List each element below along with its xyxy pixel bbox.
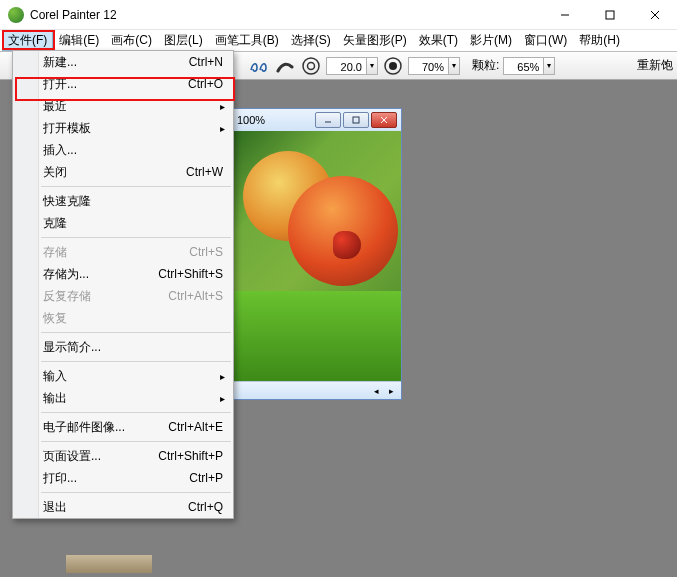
menubar-item[interactable]: 帮助(H) [573, 30, 626, 51]
grain-label: 颗粒: [472, 57, 499, 74]
menu-item-label: 存储 [43, 244, 189, 261]
menu-item-label: 输入 [43, 368, 223, 385]
svg-point-7 [389, 62, 397, 70]
dropdown-arrow-icon[interactable]: ▾ [448, 57, 460, 75]
menubar-item[interactable]: 图层(L) [158, 30, 209, 51]
menu-item-shortcut: Ctrl+W [186, 165, 223, 179]
document-window[interactable]: 100% ◂ ▸ [232, 108, 402, 400]
menubar-item[interactable]: 画布(C) [105, 30, 158, 51]
app-title: Corel Painter 12 [30, 8, 117, 22]
menu-item-label: 插入... [43, 142, 223, 159]
menu-item[interactable]: 打开模板▸ [13, 117, 233, 139]
menu-item-shortcut: Ctrl+P [189, 471, 223, 485]
brush-size-value[interactable]: 20.0 [326, 57, 366, 75]
submenu-arrow-icon: ▸ [220, 371, 225, 382]
menu-bar: 文件(F)编辑(E)画布(C)图层(L)画笔工具(B)选择(S)矢量图形(P)效… [0, 30, 677, 52]
thumbnail-strip[interactable] [66, 555, 152, 573]
maximize-button[interactable] [587, 0, 632, 30]
menu-item[interactable]: 存储为...Ctrl+Shift+S [13, 263, 233, 285]
dropdown-arrow-icon[interactable]: ▾ [543, 57, 555, 75]
menubar-item[interactable]: 选择(S) [285, 30, 337, 51]
menu-item[interactable]: 最近▸ [13, 95, 233, 117]
menu-item-shortcut: Ctrl+S [189, 245, 223, 259]
menu-item[interactable]: 关闭Ctrl+W [13, 161, 233, 183]
menu-item: 反复存储Ctrl+Alt+S [13, 285, 233, 307]
menu-item-shortcut: Ctrl+Shift+S [158, 267, 223, 281]
file-menu-dropdown: 新建...Ctrl+N打开...Ctrl+O最近▸打开模板▸插入...关闭Ctr… [12, 50, 234, 519]
svg-rect-1 [606, 11, 614, 19]
menu-item[interactable]: 退出Ctrl+Q [13, 496, 233, 518]
zoom-label: 100% [237, 114, 265, 126]
menu-item-label: 快速克隆 [43, 193, 223, 210]
menu-separator [41, 332, 231, 333]
svg-point-4 [303, 58, 319, 74]
menubar-item[interactable]: 效果(T) [413, 30, 464, 51]
menu-item[interactable]: 输入▸ [13, 365, 233, 387]
menu-item-label: 打开模板 [43, 120, 223, 137]
doc-maximize-button[interactable] [343, 112, 369, 128]
menu-item-label: 最近 [43, 98, 223, 115]
submenu-arrow-icon: ▸ [220, 123, 225, 134]
svg-point-5 [308, 62, 315, 69]
menu-item: 存储Ctrl+S [13, 241, 233, 263]
menu-item-label: 新建... [43, 54, 189, 71]
svg-rect-9 [353, 117, 359, 123]
doc-close-button[interactable] [371, 112, 397, 128]
menu-item[interactable]: 克隆 [13, 212, 233, 234]
menu-separator [41, 237, 231, 238]
menu-item: 恢复 [13, 307, 233, 329]
menu-item[interactable]: 打印...Ctrl+P [13, 467, 233, 489]
menubar-item[interactable]: 矢量图形(P) [337, 30, 413, 51]
menu-separator [41, 492, 231, 493]
document-titlebar[interactable]: 100% [233, 109, 401, 131]
menu-item-label: 页面设置... [43, 448, 158, 465]
menubar-item[interactable]: 文件(F) [2, 30, 53, 51]
menu-separator [41, 412, 231, 413]
menu-item[interactable]: 新建...Ctrl+N [13, 51, 233, 73]
menu-item[interactable]: 页面设置...Ctrl+Shift+P [13, 445, 233, 467]
brush-stroke-icon[interactable] [274, 55, 296, 77]
menu-item-shortcut: Ctrl+Alt+E [168, 420, 223, 434]
menubar-item[interactable]: 影片(M) [464, 30, 518, 51]
opacity-field[interactable]: 70% ▾ [408, 57, 460, 75]
menu-item-label: 反复存储 [43, 288, 168, 305]
grain-value[interactable]: 65% [503, 57, 543, 75]
opacity-preview-icon[interactable] [382, 55, 404, 77]
menu-item[interactable]: 电子邮件图像...Ctrl+Alt+E [13, 416, 233, 438]
menu-separator [41, 361, 231, 362]
menu-item-shortcut: Ctrl+Shift+P [158, 449, 223, 463]
menu-item[interactable]: 打开...Ctrl+O [13, 73, 233, 95]
scroll-left-icon[interactable]: ◂ [370, 385, 382, 397]
brush-curl-icon[interactable] [248, 55, 270, 77]
size-preview-icon[interactable] [300, 55, 322, 77]
menu-item-label: 显示简介... [43, 339, 223, 356]
menu-item-shortcut: Ctrl+Q [188, 500, 223, 514]
menu-item[interactable]: 显示简介... [13, 336, 233, 358]
menu-item-label: 克隆 [43, 215, 223, 232]
document-canvas[interactable] [233, 131, 401, 381]
menu-item-label: 打印... [43, 470, 189, 487]
doc-minimize-button[interactable] [315, 112, 341, 128]
menu-separator [41, 186, 231, 187]
grain-field[interactable]: 65% ▾ [503, 57, 555, 75]
menubar-item[interactable]: 编辑(E) [53, 30, 105, 51]
menu-item-shortcut: Ctrl+Alt+S [168, 289, 223, 303]
menubar-item[interactable]: 窗口(W) [518, 30, 573, 51]
menubar-item[interactable]: 画笔工具(B) [209, 30, 285, 51]
menu-item-label: 电子邮件图像... [43, 419, 168, 436]
app-icon [8, 7, 24, 23]
menu-item[interactable]: 插入... [13, 139, 233, 161]
scroll-right-icon[interactable]: ▸ [385, 385, 397, 397]
minimize-button[interactable] [542, 0, 587, 30]
brush-size-field[interactable]: 20.0 ▾ [326, 57, 378, 75]
document-statusbar: ◂ ▸ [233, 381, 401, 399]
menu-item-label: 恢复 [43, 310, 223, 327]
dropdown-arrow-icon[interactable]: ▾ [366, 57, 378, 75]
menu-item-label: 打开... [43, 76, 188, 93]
menu-item[interactable]: 快速克隆 [13, 190, 233, 212]
close-button[interactable] [632, 0, 677, 30]
menu-item[interactable]: 输出▸ [13, 387, 233, 409]
resat-label: 重新饱 [637, 57, 673, 74]
submenu-arrow-icon: ▸ [220, 393, 225, 404]
opacity-value[interactable]: 70% [408, 57, 448, 75]
